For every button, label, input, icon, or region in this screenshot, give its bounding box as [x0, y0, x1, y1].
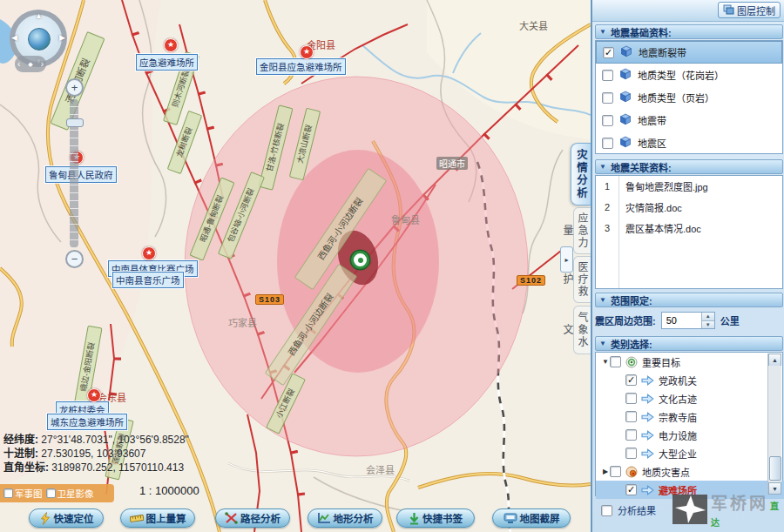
- layer-control-button[interactable]: 图层控制: [718, 2, 781, 18]
- tree-item[interactable]: ✓党政机关: [596, 371, 784, 389]
- side-tab-3[interactable]: 医疗救护: [573, 256, 591, 303]
- related-file-item[interactable]: 1鲁甸地震烈度图.jpg: [596, 176, 782, 197]
- layer-checkbox[interactable]: [602, 70, 613, 81]
- section-header-range[interactable]: ▼ 范围限定:: [595, 293, 783, 307]
- tree-item[interactable]: 大型企业: [596, 444, 784, 462]
- base-layer-option[interactable]: 卫星影像: [46, 487, 94, 500]
- scroll-up-icon[interactable]: ▲: [768, 354, 781, 366]
- layer-checkbox[interactable]: [602, 138, 613, 149]
- tree-item[interactable]: 宗教寺庙: [596, 407, 784, 426]
- tree-label: 文化古迹: [659, 392, 697, 406]
- tree-item[interactable]: 电力设施: [596, 426, 784, 444]
- tree-checkbox[interactable]: [610, 466, 621, 477]
- section-header-base-data[interactable]: ▼ 地震基础资料:: [595, 24, 783, 39]
- globe-icon: [28, 28, 51, 51]
- side-tab-1[interactable]: 灾情分析: [571, 143, 591, 205]
- tree-checkbox[interactable]: [625, 448, 637, 459]
- tree-checkbox[interactable]: ✓: [625, 374, 637, 386]
- related-file-item[interactable]: 2灾情简报.doc: [596, 197, 782, 218]
- cartesian-value: 3189870.252, 11570110.413: [51, 461, 184, 474]
- step-left-icon[interactable]: ‹: [17, 59, 20, 69]
- shelter-label[interactable]: 城东应急避难场所: [47, 414, 127, 430]
- zoom-in-button[interactable]: +: [65, 78, 84, 97]
- tree-expander-icon[interactable]: ▼: [601, 358, 610, 366]
- toolbar-button-terrain[interactable]: 地形分析: [308, 508, 382, 528]
- range-input[interactable]: [662, 313, 701, 328]
- pan-step-control[interactable]: ‹ ◆ ›: [15, 56, 46, 72]
- section-title: 范围限定:: [611, 293, 652, 307]
- range-setting-row: 震区周边范围: ▲ ▼ 公里: [595, 310, 783, 331]
- road-number-badge: S102: [517, 275, 545, 286]
- layer-list-item[interactable]: 地震区: [596, 131, 782, 154]
- side-tab-2[interactable]: 应急力量: [573, 207, 591, 254]
- base-layer-option[interactable]: 军事图: [3, 487, 43, 500]
- pan-left-icon[interactable]: ◀: [11, 33, 17, 42]
- region-name-label: 巧家县: [228, 315, 257, 329]
- related-file-item[interactable]: 3震区基本情况.doc: [596, 218, 782, 239]
- toolbar-button-label: 图上量算: [146, 511, 186, 525]
- scroll-thumb[interactable]: [769, 456, 781, 481]
- panel-collapse-button[interactable]: ▸: [560, 246, 573, 273]
- section-header-category[interactable]: ▼ 类别选择:: [595, 336, 783, 351]
- base-layer-checkbox[interactable]: [3, 488, 13, 498]
- latlon-value: 27°31'48.7031", 103°56'9.8528": [41, 434, 189, 446]
- layer-list-item[interactable]: 地震带: [596, 109, 782, 131]
- center-icon[interactable]: ◆: [28, 61, 32, 68]
- layer-checkbox[interactable]: [602, 115, 613, 126]
- layer-label: 地震区: [638, 136, 666, 150]
- tree-checkbox[interactable]: [625, 429, 637, 441]
- pan-right-icon[interactable]: ▶: [59, 33, 65, 42]
- tree-item[interactable]: 文化古迹: [596, 389, 784, 407]
- analysis-result-checkbox[interactable]: [601, 505, 612, 516]
- toolbar-button-bookmark[interactable]: 快捷书签: [396, 508, 475, 528]
- layer-list-item[interactable]: ✓地震断裂带: [596, 41, 782, 64]
- tree-scrollbar[interactable]: ▲ ▼: [767, 354, 781, 495]
- tree-item[interactable]: ▼重要目标: [596, 353, 774, 371]
- shelter-marker-icon[interactable]: ★: [142, 246, 156, 260]
- tree-checkbox[interactable]: [610, 356, 621, 367]
- tree-item[interactable]: ▶地质灾害点: [596, 462, 774, 481]
- epicenter-marker[interactable]: [351, 251, 369, 269]
- arrow-icon: [641, 485, 654, 495]
- tree-checkbox[interactable]: [625, 411, 637, 422]
- map-canvas[interactable]: 洒渔河断裂则木河断裂龙树断裂甘洛-竹核断裂大凉山断裂昭通-鲁甸断裂包谷垴-小河断…: [0, 0, 591, 532]
- toolbar-button-route[interactable]: 路径分析: [215, 508, 290, 528]
- layer-label: 地震带: [638, 113, 666, 127]
- layer-checkbox[interactable]: [602, 92, 613, 104]
- toolbar-button-screenshot[interactable]: 地图截屏: [492, 508, 571, 528]
- shelter-label[interactable]: 金阳县应急避难场所: [256, 58, 346, 75]
- tree-checkbox[interactable]: ✓: [625, 484, 637, 495]
- layer-list-item[interactable]: 地质类型（页岩）: [596, 86, 782, 109]
- spin-up-button[interactable]: ▲: [702, 313, 714, 321]
- spin-down-button[interactable]: ▼: [702, 321, 714, 329]
- tree-label: 地质灾害点: [642, 465, 690, 479]
- shelter-label[interactable]: 中南县音乐广场: [112, 272, 184, 288]
- scroll-down-icon[interactable]: ▼: [768, 482, 781, 495]
- base-layer-checkbox[interactable]: [46, 488, 56, 498]
- bookmark-icon: [409, 512, 420, 525]
- route-icon: [225, 512, 238, 524]
- section-title: 地震关联资料:: [611, 160, 672, 174]
- shelter-label[interactable]: 应急避难场所: [136, 54, 198, 71]
- step-right-icon[interactable]: ›: [41, 59, 44, 69]
- zoom-slider-thumb[interactable]: [66, 118, 84, 127]
- file-number: 3: [596, 223, 618, 233]
- pan-up-icon[interactable]: ▲: [35, 11, 43, 20]
- tree-expander-icon[interactable]: ▶: [601, 468, 610, 475]
- ruler-icon: [130, 512, 144, 524]
- shelter-marker-icon[interactable]: ★: [87, 388, 101, 402]
- side-tab-4[interactable]: 气象水文: [573, 306, 591, 354]
- tree-label: 党政机关: [659, 374, 697, 387]
- shelter-marker-icon[interactable]: ★: [164, 38, 178, 52]
- toolbar-button-ruler[interactable]: 图上量算: [120, 508, 195, 528]
- toolbar-button-lightning[interactable]: 快速定位: [29, 508, 104, 528]
- collapse-triangle-icon: ▼: [599, 340, 606, 347]
- shelter-marker-icon[interactable]: ★: [300, 45, 314, 59]
- zoom-out-button[interactable]: −: [65, 250, 84, 268]
- layer-checkbox[interactable]: ✓: [603, 47, 614, 58]
- section-header-related-data[interactable]: ▼ 地震关联资料:: [595, 159, 783, 174]
- tree-checkbox[interactable]: [625, 393, 637, 404]
- shelter-label[interactable]: 鲁甸县人民政府: [45, 166, 117, 183]
- cartesian-label: 直角坐标:: [3, 461, 49, 474]
- layer-list-item[interactable]: 地质类型（花岗岩）: [596, 64, 782, 86]
